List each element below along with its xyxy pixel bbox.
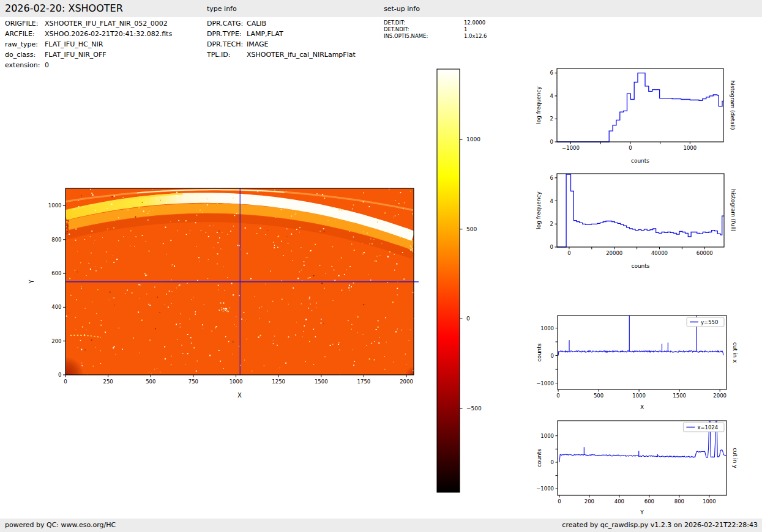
- y-axis-ticks: 0246: [550, 175, 557, 250]
- svg-text:0: 0: [558, 498, 561, 504]
- svg-text:200: 200: [585, 498, 594, 504]
- y-axis-ticks: 0246: [550, 70, 557, 145]
- svg-text:4: 4: [550, 198, 553, 204]
- right-side-label: cut in x: [732, 342, 738, 363]
- svg-text:1000: 1000: [230, 379, 243, 385]
- svg-text:800: 800: [674, 498, 684, 504]
- histogram-full-plot: 02000040000600000246countslog frequencyh…: [520, 163, 762, 276]
- axes: 02000040000600000246countslog frequencyh…: [536, 174, 736, 269]
- axes: 02004006008001000−100001000Ycountscut in…: [536, 421, 738, 515]
- x-axis-label: X: [237, 392, 242, 399]
- svg-text:0: 0: [466, 316, 470, 322]
- y-axis-label: counts: [536, 343, 542, 361]
- cut-in-y-plot: 02004006008001000−100001000Ycountscut in…: [520, 411, 762, 519]
- svg-text:0: 0: [629, 145, 632, 151]
- detector-image-plot: 0250500750100012501500175020000200400600…: [24, 177, 425, 410]
- legend-label: y=550: [701, 319, 718, 325]
- x-axis-ticks: 0500100015002000: [556, 390, 727, 399]
- svg-text:0: 0: [551, 459, 554, 465]
- svg-text:1250: 1250: [272, 379, 285, 385]
- svg-text:2: 2: [550, 116, 553, 122]
- svg-text:0: 0: [550, 244, 553, 250]
- svg-text:0: 0: [58, 372, 61, 378]
- svg-text:800: 800: [51, 237, 61, 243]
- svg-text:400: 400: [51, 304, 61, 310]
- svg-text:1000: 1000: [703, 498, 716, 504]
- svg-text:0: 0: [551, 353, 554, 359]
- figure-area: 0250500750100012501500175020000200400600…: [0, 17, 762, 519]
- setup-info-heading: set-up info: [384, 5, 420, 13]
- svg-text:−1000: −1000: [562, 145, 580, 151]
- cut-in-x-plot: 0500100015002000−100001000Xcountscut in …: [520, 306, 762, 417]
- svg-text:−1000: −1000: [536, 380, 554, 386]
- svg-text:2000: 2000: [400, 379, 413, 385]
- right-side-label: cut in y: [732, 448, 738, 468]
- x-axis-label: X: [640, 404, 644, 410]
- svg-text:0: 0: [550, 139, 553, 145]
- svg-text:0: 0: [567, 250, 570, 256]
- header-bar: 2026-02-20: XSHOOTER type info set-up in…: [0, 0, 762, 17]
- svg-text:2: 2: [550, 221, 553, 227]
- axes: −1000010000246countslog frequencyhistogr…: [536, 68, 736, 164]
- histogram-detail-plot: −1000010000246countslog frequencyhistogr…: [520, 58, 762, 172]
- svg-text:750: 750: [189, 379, 198, 385]
- colorbar-plot: 10005000−500: [427, 63, 498, 500]
- legend: x=1024: [683, 423, 724, 432]
- histogram-line: [557, 174, 724, 247]
- svg-text:60000: 60000: [697, 250, 713, 256]
- svg-text:1000: 1000: [466, 136, 480, 142]
- svg-text:1000: 1000: [632, 393, 646, 399]
- svg-text:−1000: −1000: [536, 486, 554, 492]
- y-axis-label: log frequency: [536, 191, 542, 229]
- right-side-label: histogram (full): [730, 189, 736, 231]
- corner-shading-br: [395, 357, 414, 375]
- footer-left-text: powered by QC: www.eso.org/HC: [5, 519, 116, 532]
- svg-text:6: 6: [550, 175, 553, 181]
- svg-text:40000: 40000: [651, 250, 668, 256]
- legend: y=550: [687, 317, 724, 327]
- type-info-heading: type info: [207, 5, 237, 13]
- legend-label: x=1024: [697, 424, 718, 430]
- svg-text:600: 600: [51, 270, 61, 276]
- colorbar-gradient: [437, 69, 460, 492]
- svg-text:1000: 1000: [540, 325, 554, 331]
- histogram-line: [557, 73, 723, 142]
- svg-text:250: 250: [103, 379, 113, 385]
- page-title: 2026-02-20: XSHOOTER: [5, 2, 123, 14]
- svg-text:400: 400: [614, 498, 624, 504]
- svg-text:−500: −500: [466, 405, 482, 412]
- axes: 0500100015002000−100001000Xcountscut in …: [536, 316, 738, 410]
- svg-text:1750: 1750: [357, 379, 371, 385]
- svg-text:2000: 2000: [713, 393, 727, 399]
- svg-text:500: 500: [146, 379, 155, 385]
- svg-text:500: 500: [594, 393, 603, 399]
- colorbar-ticks: 10005000−500: [460, 136, 482, 412]
- footer-bar: powered by QC: www.eso.org/HC created by…: [0, 519, 762, 532]
- svg-text:1500: 1500: [673, 393, 686, 399]
- svg-text:0: 0: [556, 393, 559, 399]
- right-side-label: histogram (detail): [730, 81, 736, 130]
- x-axis-label: counts: [631, 263, 649, 269]
- y-axis-label: log frequency: [536, 86, 542, 124]
- x-axis-ticks: 0200004000060000: [567, 247, 713, 256]
- svg-text:600: 600: [644, 498, 654, 504]
- svg-text:200: 200: [51, 338, 61, 344]
- svg-text:1000: 1000: [540, 433, 554, 439]
- x-axis-label: Y: [640, 509, 644, 515]
- y-axis-label: Y: [28, 279, 35, 284]
- footer-right-text: created by qc_rawdisp.py v1.2.3 on 2026-…: [562, 519, 758, 532]
- svg-text:1000: 1000: [48, 202, 62, 209]
- y-axis-ticks: 02004006008001000: [48, 202, 65, 378]
- svg-text:1500: 1500: [315, 379, 328, 385]
- svg-text:500: 500: [466, 226, 477, 232]
- svg-text:0: 0: [64, 379, 67, 385]
- x-axis-ticks: 025050075010001250150017502000: [64, 375, 413, 385]
- svg-text:6: 6: [550, 70, 553, 76]
- x-axis-ticks: −100001000: [562, 142, 697, 151]
- svg-text:20000: 20000: [606, 250, 622, 256]
- x-axis-ticks: 02004006008001000: [558, 495, 715, 504]
- y-axis-label: counts: [536, 449, 542, 467]
- svg-text:1000: 1000: [684, 145, 697, 151]
- cut-line: [558, 351, 723, 356]
- svg-text:4: 4: [550, 93, 553, 99]
